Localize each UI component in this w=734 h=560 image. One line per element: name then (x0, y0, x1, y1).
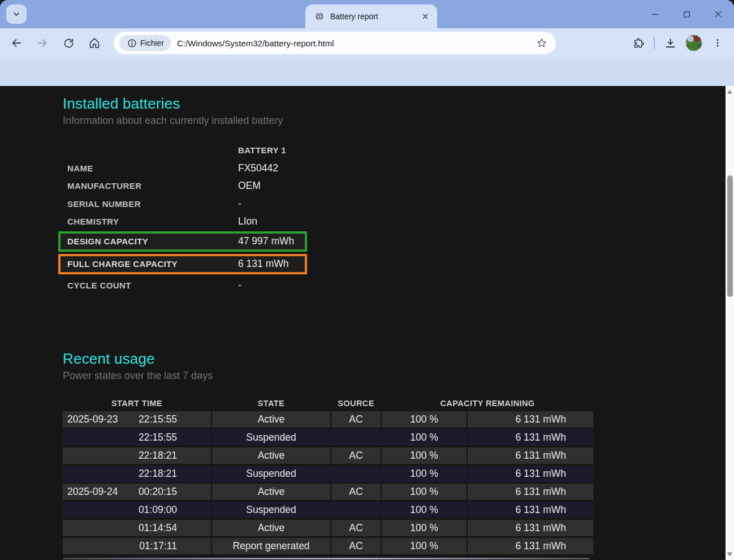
cell-mwh: 6 131 mWh (468, 520, 593, 536)
start-time: 22:15:55 (139, 432, 177, 443)
installed-batteries-subtitle: Information about each currently install… (63, 115, 726, 127)
cell-source: AC (331, 538, 381, 554)
cell-start-time: 2025-09-2322:15:55 (63, 411, 211, 428)
battery-row-value: - (238, 198, 241, 210)
cell-source: AC (331, 447, 381, 464)
three-dot-menu-icon[interactable] (707, 32, 728, 54)
cell-mwh: 6 131 mWh (468, 484, 593, 500)
battery-column-header: BATTERY 1 (238, 145, 286, 155)
back-arrow-icon[interactable] (5, 32, 28, 54)
home-icon[interactable] (83, 32, 106, 54)
battery-row-label: NAME (67, 163, 238, 173)
address-bar[interactable]: Fichier C:/Windows/System32/battery-repo… (114, 32, 556, 54)
cell-start-time: 01:09:00 (63, 502, 211, 518)
start-date: 2025-09-23 (67, 413, 118, 425)
col-header-state: STATE (212, 397, 330, 410)
title-bar: Battery report (0, 0, 734, 28)
scrollbar-thumb[interactable] (727, 175, 733, 297)
battery-row-value: LIon (238, 216, 257, 227)
site-chip-label: Fichier (140, 38, 164, 48)
globe-icon (314, 11, 325, 21)
usage-row: 2025-09-2400:20:15ActiveAC100 %6 131 mWh (63, 484, 593, 500)
site-info-chip[interactable]: Fichier (119, 35, 171, 51)
battery-row: CYCLE COUNT- (63, 277, 307, 295)
cell-percent: 100 % (382, 466, 467, 482)
battery-row-label: FULL CHARGE CAPACITY (67, 259, 238, 269)
cell-percent: 100 % (382, 447, 467, 464)
cell-source: AC (331, 411, 381, 428)
battery-row: DESIGN CAPACITY47 997 mWh (58, 231, 307, 252)
battery-row-value: - (238, 279, 241, 291)
cell-mwh: 6 131 mWh (468, 429, 593, 446)
browser-tab[interactable]: Battery report (305, 5, 437, 28)
start-time: 22:18:21 (139, 450, 177, 462)
usage-row: 01:14:54ActiveAC100 %6 131 mWh (63, 520, 593, 536)
cell-mwh: 6 131 mWh (468, 411, 593, 428)
battery-row: FULL CHARGE CAPACITY6 131 mWh (58, 254, 307, 274)
reload-icon[interactable] (57, 32, 80, 54)
cell-mwh: 6 131 mWh (468, 447, 593, 464)
cell-state: Suspended (212, 429, 330, 446)
battery-row-value: OEM (238, 180, 261, 192)
start-time: 01:14:54 (139, 522, 177, 534)
url-text[interactable]: C:/Windows/System32/battery-report.html (177, 38, 533, 48)
cell-percent: 100 % (382, 411, 467, 428)
cell-source (331, 466, 381, 482)
scroll-up-arrow-icon[interactable] (726, 87, 734, 96)
tab-close-icon[interactable] (419, 10, 431, 23)
page-scrollbar[interactable] (726, 86, 734, 560)
recent-usage-header: Recent usage Power states over the last … (63, 350, 726, 382)
chevron-down-icon (12, 10, 21, 19)
battery-row-value: 47 997 mWh (238, 235, 294, 247)
minimize-icon[interactable] (639, 0, 671, 28)
battery-table-header: BATTERY 1 (63, 141, 307, 160)
battery-info-table: BATTERY 1 NAMEFX50442MANUFACTUREROEMSERI… (63, 141, 726, 294)
cell-state: Active (212, 520, 330, 536)
battery-row: SERIAL NUMBER- (63, 195, 307, 213)
usage-row: 22:18:21Suspended100 %6 131 mWh (63, 466, 593, 482)
col-header-source: SOURCE (331, 397, 381, 410)
usage-table-header-row: START TIME STATE SOURCE CAPACITY REMAINI… (63, 397, 593, 410)
cell-mwh: 6 131 mWh (468, 502, 593, 518)
cell-mwh: 6 131 mWh (468, 466, 593, 482)
cell-start-time: 01:17:11 (63, 538, 211, 554)
start-time: 22:15:55 (139, 413, 177, 425)
cell-state: Active (212, 447, 330, 464)
cell-state: Report generated (212, 538, 330, 554)
cell-state: Active (212, 411, 330, 428)
star-icon[interactable] (533, 35, 550, 51)
cell-source (331, 429, 381, 446)
window-controls (639, 0, 734, 28)
usage-row: 01:17:11Report generatedAC100 %6 131 mWh (63, 538, 593, 554)
profile-avatar[interactable] (685, 35, 702, 51)
extensions-puzzle-icon[interactable] (628, 32, 649, 54)
usage-row: 22:18:21ActiveAC100 %6 131 mWh (63, 447, 593, 464)
forward-arrow-icon[interactable] (31, 32, 54, 54)
cell-source (331, 502, 381, 518)
battery-row-value: FX50442 (238, 162, 278, 174)
cell-mwh: 6 131 mWh (468, 538, 593, 554)
info-icon (127, 38, 137, 48)
toolbar-right (628, 32, 728, 54)
download-icon[interactable] (659, 32, 681, 54)
start-date: 2025-09-24 (67, 486, 118, 498)
tab-search-button[interactable] (6, 5, 27, 24)
cell-start-time: 22:15:55 (63, 429, 211, 446)
cell-source: AC (331, 520, 381, 536)
start-time: 01:09:00 (139, 504, 177, 516)
scroll-down-arrow-icon[interactable] (726, 550, 734, 559)
start-time: 00:20:15 (139, 486, 177, 498)
maximize-icon[interactable] (671, 0, 702, 28)
recent-usage-subtitle: Power states over the last 7 days (63, 370, 726, 382)
cell-state: Suspended (212, 502, 330, 518)
battery-row-label: CYCLE COUNT (67, 281, 238, 290)
cell-percent: 100 % (382, 538, 467, 554)
battery-row-label: SERIAL NUMBER (67, 199, 238, 209)
tab-title: Battery report (330, 12, 419, 21)
cell-percent: 100 % (382, 520, 467, 536)
usage-row: 01:09:00Suspended100 %6 131 mWh (63, 502, 593, 518)
battery-row-label: DESIGN CAPACITY (67, 236, 238, 246)
close-window-icon[interactable] (702, 0, 734, 28)
start-time: 22:18:21 (139, 468, 177, 480)
cell-start-time: 2025-09-2400:20:15 (63, 484, 211, 500)
